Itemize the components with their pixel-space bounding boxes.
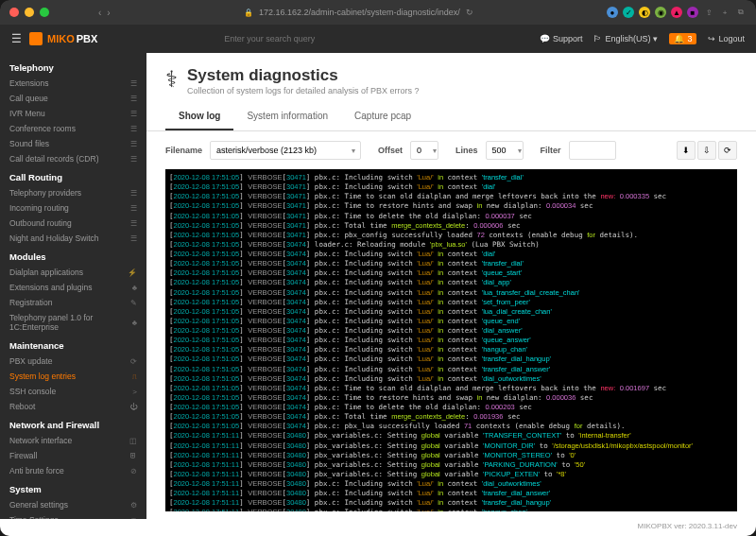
sidebar-group-header: Telephony xyxy=(0,57,146,76)
sidebar-item[interactable]: Outbound routing☰ xyxy=(0,216,146,231)
sidebar-item[interactable]: Registration✎ xyxy=(0,295,146,310)
sidebar-item-label: Time Settings xyxy=(9,515,59,519)
sidebar-item-label: IVR Menu xyxy=(9,109,45,118)
sidebar-item-icon: ☰ xyxy=(130,189,137,198)
ext-icon[interactable]: ✓ xyxy=(623,7,634,18)
main-content: ⚕ System diagnostics Collection of syste… xyxy=(146,53,756,519)
tabs-nav: Show logSystem informationCapture pcap xyxy=(146,103,756,131)
sidebar-group-header: Call Routing xyxy=(0,166,146,185)
sidebar-item[interactable]: SSH console> xyxy=(0,384,146,399)
sidebar-item[interactable]: Conference rooms☰ xyxy=(0,121,146,136)
sidebar-item-icon: ◷ xyxy=(130,516,137,520)
sidebar-item[interactable]: Firewall⛨ xyxy=(0,448,146,463)
sidebar-item-label: Reboot xyxy=(9,402,35,411)
chevron-down-icon: ▾ xyxy=(653,34,658,43)
sidebar-item[interactable]: Telephony providers☰ xyxy=(0,185,146,200)
comment-icon: 💬 xyxy=(540,34,550,43)
sidebar-item-label: Registration xyxy=(9,298,52,307)
sidebar-item[interactable]: Extensions☰ xyxy=(0,76,146,91)
sidebar-item[interactable]: Reboot⏻ xyxy=(0,399,146,414)
window-titlebar: ‹ › 🔒 172.16.162.2/admin-cabinet/system-… xyxy=(0,0,756,25)
sidebar-item[interactable]: Time Settings◷ xyxy=(0,512,146,519)
sidebar-item[interactable]: Telephony panel 1.0 for 1C:Enterprise♣ xyxy=(0,310,146,335)
nav-back-icon[interactable]: ‹ xyxy=(98,8,101,18)
filter-label: Filter xyxy=(541,146,561,155)
sidebar-item-icon: ☰ xyxy=(130,234,137,243)
menu-icon[interactable]: ☰ xyxy=(11,32,22,45)
log-controls: Filename ▾ Offset ▾ Lines ▾ Filter ⬇ ⇩ ⟳ xyxy=(146,131,756,169)
sidebar-item-label: Telephony providers xyxy=(9,188,81,198)
minimize-window-icon[interactable] xyxy=(25,8,34,17)
share-icon[interactable]: ⇪ xyxy=(703,7,714,18)
logo[interactable]: MIKOPBX xyxy=(29,32,97,45)
sidebar-item[interactable]: Network interface◫ xyxy=(0,433,146,448)
tab[interactable]: Show log xyxy=(165,103,233,130)
sidebar-item-icon: ☰ xyxy=(130,110,137,118)
search-input[interactable] xyxy=(224,34,413,43)
sidebar-item[interactable]: Incoming routing☰ xyxy=(0,200,146,216)
ext-icon[interactable]: ◐ xyxy=(639,7,650,18)
chevron-down-icon[interactable]: ▾ xyxy=(352,147,355,155)
sidebar-item-icon: ✎ xyxy=(130,299,137,307)
refresh-button[interactable]: ⟳ xyxy=(718,141,737,160)
sidebar-item-label: Call queue xyxy=(9,94,48,103)
sidebar-item[interactable]: Extensions and plugins♣ xyxy=(0,280,146,295)
sidebar-item-icon: ☰ xyxy=(130,219,137,228)
log-viewer[interactable]: [2020-12-08 17:51:05] VERBOSE[30471] pbx… xyxy=(165,169,737,511)
filename-select[interactable] xyxy=(210,141,361,160)
sidebar-nav: TelephonyExtensions☰Call queue☰IVR Menu☰… xyxy=(0,53,146,519)
filter-input[interactable] xyxy=(569,141,616,160)
sidebar-item[interactable]: Anti brute force⊘ xyxy=(0,463,146,478)
sidebar-item-label: System log entries xyxy=(9,372,76,381)
sidebar-item-label: Sound files xyxy=(9,139,49,148)
sidebar-item-label: SSH console xyxy=(9,387,56,396)
notifications-badge[interactable]: 🔔3 xyxy=(669,33,696,44)
download-alt-button[interactable]: ⇩ xyxy=(697,141,716,160)
tabs-icon[interactable]: ⧉ xyxy=(735,7,747,18)
tab[interactable]: Capture pcap xyxy=(341,103,424,130)
page-subtitle: Collection of system logs for detailed a… xyxy=(187,86,420,95)
sidebar-item-icon: ⊘ xyxy=(130,467,137,475)
sidebar-item[interactable]: Call queue☰ xyxy=(0,91,146,106)
close-window-icon[interactable] xyxy=(9,8,19,17)
sidebar-item[interactable]: Call detail records (CDR)☰ xyxy=(0,151,146,166)
chevron-down-icon[interactable]: ▾ xyxy=(518,147,522,155)
sidebar-item-label: Network interface xyxy=(9,436,72,445)
ext-icon[interactable]: ● xyxy=(607,7,618,18)
url-text: 172.16.162.2/admin-cabinet/system-diagno… xyxy=(259,8,460,17)
reload-icon[interactable]: ↻ xyxy=(466,8,473,17)
maximize-window-icon[interactable] xyxy=(40,8,49,17)
logout-icon: ↪ xyxy=(708,34,715,43)
sidebar-item[interactable]: General settings⚙ xyxy=(0,497,146,512)
ext-icon[interactable]: ▲ xyxy=(671,7,682,18)
sidebar-item-label: Dialplan applications xyxy=(9,268,83,277)
sidebar-item[interactable]: IVR Menu☰ xyxy=(0,106,146,121)
sidebar-item[interactable]: System log entries⎍ xyxy=(0,369,146,384)
sidebar-item[interactable]: Dialplan applications⚡ xyxy=(0,265,146,280)
sidebar-item-icon: ⚡ xyxy=(128,268,137,277)
tab[interactable]: System information xyxy=(233,103,341,130)
nav-forward-icon[interactable]: › xyxy=(107,8,110,18)
support-link[interactable]: 💬Support xyxy=(540,34,583,43)
sidebar-item-label: Anti brute force xyxy=(9,466,64,475)
chevron-down-icon[interactable]: ▾ xyxy=(433,147,437,155)
sidebar-item[interactable]: PBX update⟳ xyxy=(0,354,146,369)
download-button[interactable]: ⬇ xyxy=(677,141,696,160)
ext-icon[interactable]: ◉ xyxy=(655,7,666,18)
app-header: ☰ MIKOPBX 💬Support 🏳English(US)▾ 🔔3 ↪Log… xyxy=(0,25,756,53)
ext-icon[interactable]: ■ xyxy=(687,7,698,18)
sidebar-item-icon: ⏻ xyxy=(129,403,137,411)
footer-version: MIKOPBX ver: 2020.3.11-dev xyxy=(0,519,756,536)
language-selector[interactable]: 🏳English(US)▾ xyxy=(593,34,658,43)
sidebar-item-label: PBX update xyxy=(9,356,52,366)
filename-label: Filename xyxy=(165,146,202,155)
sidebar-item[interactable]: Night and Holiday Switch☰ xyxy=(0,231,146,246)
sidebar-item[interactable]: Sound files☰ xyxy=(0,136,146,151)
browser-extensions: ● ✓ ◐ ◉ ▲ ■ ⇪ + ⧉ xyxy=(607,7,747,18)
sidebar-item-icon: ◫ xyxy=(129,437,137,445)
url-bar[interactable]: 🔒 172.16.162.2/admin-cabinet/system-diag… xyxy=(116,8,601,17)
sidebar-group-header: System xyxy=(0,478,146,497)
logout-button[interactable]: ↪Logout xyxy=(708,34,745,43)
lines-label: Lines xyxy=(455,146,478,155)
add-icon[interactable]: + xyxy=(719,7,730,18)
